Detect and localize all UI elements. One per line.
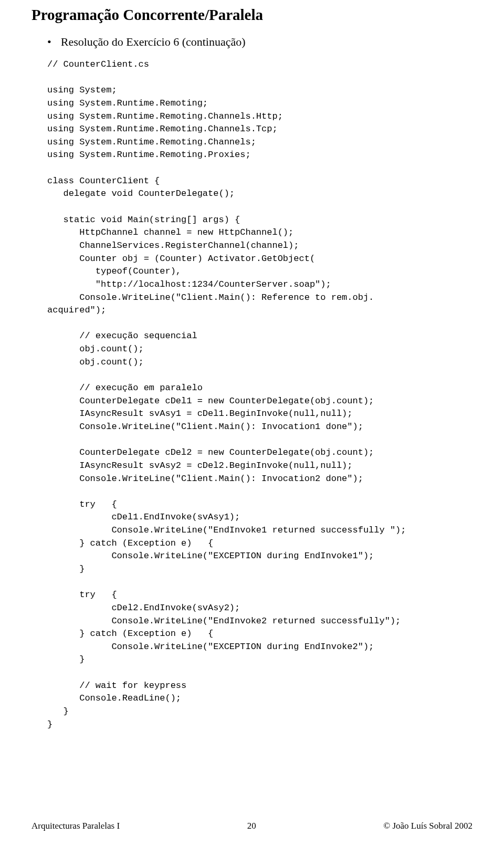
footer-page-number: 20 bbox=[247, 821, 256, 831]
bullet-block: • Resolução do Exercício 6 (continuação) bbox=[47, 35, 472, 49]
bullet-icon: • bbox=[47, 36, 51, 48]
bullet-text: Resolução do Exercício 6 (continuação) bbox=[61, 35, 246, 49]
bullet-row: • Resolução do Exercício 6 (continuação) bbox=[47, 35, 472, 49]
footer: Arquitecturas Paralelas I 20 © João Luís… bbox=[32, 821, 472, 831]
footer-right: © João Luís Sobral 2002 bbox=[383, 821, 472, 831]
page: Programação Concorrente/Paralela • Resol… bbox=[0, 0, 504, 846]
footer-left: Arquitecturas Paralelas I bbox=[32, 821, 120, 831]
page-title: Programação Concorrente/Paralela bbox=[32, 6, 472, 24]
code-listing: // CounterClient.cs using System; using … bbox=[47, 58, 472, 731]
